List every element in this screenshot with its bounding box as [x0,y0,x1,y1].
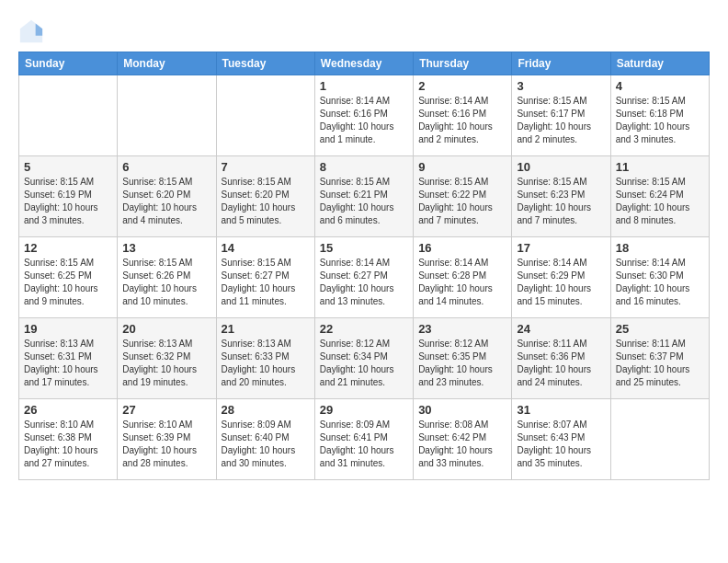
day-number: 2 [418,79,506,93]
cell-text-line: Sunrise: 8:10 AM [122,419,210,431]
cell-text-line: and 9 minutes. [24,295,112,308]
calendar-cell: 18Sunrise: 8:14 AMSunset: 6:30 PMDayligh… [610,237,709,318]
cell-text-line: and 25 minutes. [616,376,704,389]
cell-text-line: Sunrise: 8:15 AM [320,176,408,189]
cell-text-line: Sunset: 6:20 PM [122,189,210,201]
day-number: 14 [222,241,310,255]
day-number: 25 [616,322,704,336]
cell-text-line: Sunrise: 8:11 AM [517,338,605,350]
day-number: 24 [517,322,605,336]
calendar-cell: 19Sunrise: 8:13 AMSunset: 6:31 PMDayligh… [19,318,118,399]
day-number: 9 [418,160,506,174]
cell-text-line: Sunset: 6:19 PM [24,189,112,201]
cell-text-line: Daylight: 10 hours [24,201,112,214]
day-number: 6 [122,160,210,174]
cell-text-line: and 2 minutes. [418,133,506,146]
calendar-cell: 22Sunrise: 8:12 AMSunset: 6:34 PMDayligh… [314,318,413,399]
cell-text-line: Sunrise: 8:15 AM [122,257,210,270]
cell-text-line: and 1 minute. [320,133,408,146]
cell-text-line: and 16 minutes. [616,295,704,308]
cell-text-line: Sunrise: 8:12 AM [418,338,506,350]
cell-text-line: Sunrise: 8:07 AM [517,419,605,431]
cell-text-line: Daylight: 10 hours [24,444,112,457]
cell-text-line: Sunrise: 8:11 AM [616,338,704,350]
day-number: 31 [517,403,605,417]
cell-text-line: and 13 minutes. [320,295,408,308]
day-number: 4 [616,79,704,93]
cell-text-line: Daylight: 10 hours [222,363,310,376]
cell-text-line: Sunset: 6:39 PM [122,431,210,444]
cell-text-line: and 23 minutes. [418,376,506,389]
calendar-week-row: 1Sunrise: 8:14 AMSunset: 6:16 PMDaylight… [19,75,710,156]
cell-text-line: and 28 minutes. [122,457,210,470]
cell-text-line: Daylight: 10 hours [320,121,408,133]
cell-text-line: Sunset: 6:25 PM [24,270,112,282]
calendar-cell: 17Sunrise: 8:14 AMSunset: 6:29 PMDayligh… [512,237,610,318]
cell-text-line: Sunrise: 8:15 AM [517,95,605,108]
cell-text-line: Daylight: 10 hours [222,201,310,214]
cell-text-line: Sunrise: 8:15 AM [24,257,112,270]
cell-text-line: Daylight: 10 hours [320,201,408,214]
calendar-cell [610,399,709,480]
day-number: 18 [616,241,704,255]
cell-text-line: and 10 minutes. [122,295,210,308]
calendar-cell [118,75,216,156]
cell-text-line: Daylight: 10 hours [122,363,210,376]
day-number: 16 [418,241,506,255]
cell-text-line: Daylight: 10 hours [222,444,310,457]
cell-text-line: Sunset: 6:38 PM [24,431,112,444]
cell-text-line: Daylight: 10 hours [320,444,408,457]
day-number: 26 [24,403,112,417]
calendar-cell: 1Sunrise: 8:14 AMSunset: 6:16 PMDaylight… [314,75,413,156]
cell-text-line: Daylight: 10 hours [320,363,408,376]
calendar-cell: 9Sunrise: 8:15 AMSunset: 6:22 PMDaylight… [414,156,512,237]
calendar-cell: 20Sunrise: 8:13 AMSunset: 6:32 PMDayligh… [118,318,216,399]
cell-text-line: Sunrise: 8:13 AM [122,338,210,350]
day-of-week-header: Saturday [610,52,709,75]
cell-text-line: Sunrise: 8:15 AM [24,176,112,189]
day-number: 13 [122,241,210,255]
cell-text-line: Sunset: 6:26 PM [122,270,210,282]
cell-text-line: Sunset: 6:28 PM [418,270,506,282]
cell-text-line: Sunrise: 8:14 AM [517,257,605,270]
calendar-cell: 7Sunrise: 8:15 AMSunset: 6:20 PMDaylight… [216,156,314,237]
day-number: 8 [320,160,408,174]
cell-text-line: and 6 minutes. [320,214,408,227]
cell-text-line: Sunset: 6:18 PM [616,108,704,121]
day-number: 21 [222,322,310,336]
cell-text-line: Sunset: 6:21 PM [320,189,408,201]
cell-text-line: Daylight: 10 hours [517,444,605,457]
cell-text-line: Sunset: 6:35 PM [418,350,506,363]
cell-text-line: Sunset: 6:32 PM [122,350,210,363]
cell-text-line: Daylight: 10 hours [418,444,506,457]
day-number: 29 [320,403,408,417]
day-of-week-header: Thursday [414,52,512,75]
day-number: 15 [320,241,408,255]
cell-text-line: Sunset: 6:30 PM [616,270,704,282]
cell-text-line: Daylight: 10 hours [517,282,605,295]
day-number: 7 [222,160,310,174]
cell-text-line: and 24 minutes. [517,376,605,389]
calendar-cell: 24Sunrise: 8:11 AMSunset: 6:36 PMDayligh… [512,318,610,399]
cell-text-line: Sunset: 6:36 PM [517,350,605,363]
cell-text-line: and 3 minutes. [24,214,112,227]
page-header [18,18,710,44]
cell-text-line: Daylight: 10 hours [418,282,506,295]
cell-text-line: Sunrise: 8:14 AM [418,257,506,270]
cell-text-line: Sunset: 6:20 PM [222,189,310,201]
cell-text-line: Sunrise: 8:15 AM [222,257,310,270]
calendar-cell: 5Sunrise: 8:15 AMSunset: 6:19 PMDaylight… [19,156,118,237]
cell-text-line: Sunrise: 8:15 AM [517,176,605,189]
cell-text-line: and 21 minutes. [320,376,408,389]
cell-text-line: Sunset: 6:42 PM [418,431,506,444]
cell-text-line: and 27 minutes. [24,457,112,470]
calendar-cell: 6Sunrise: 8:15 AMSunset: 6:20 PMDaylight… [118,156,216,237]
calendar-cell: 30Sunrise: 8:08 AMSunset: 6:42 PMDayligh… [414,399,512,480]
day-number: 20 [122,322,210,336]
day-of-week-header: Wednesday [314,52,413,75]
cell-text-line: Sunset: 6:23 PM [517,189,605,201]
cell-text-line: and 30 minutes. [222,457,310,470]
calendar-cell: 13Sunrise: 8:15 AMSunset: 6:26 PMDayligh… [118,237,216,318]
calendar-cell: 11Sunrise: 8:15 AMSunset: 6:24 PMDayligh… [610,156,709,237]
calendar-cell: 10Sunrise: 8:15 AMSunset: 6:23 PMDayligh… [512,156,610,237]
